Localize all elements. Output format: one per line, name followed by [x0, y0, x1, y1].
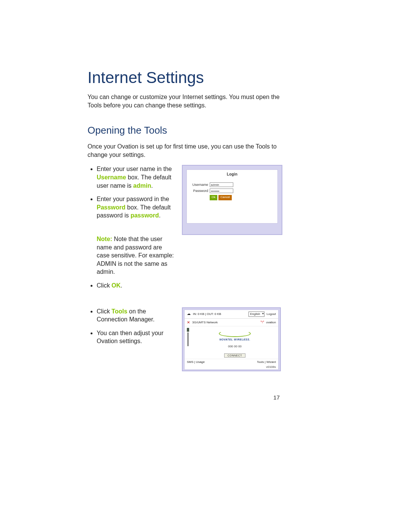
bullet-click-ok: Click OK.	[97, 281, 175, 290]
bottom-left-links[interactable]: SMS | Usage	[187, 360, 205, 364]
highlight-username-box: Username	[97, 174, 126, 181]
intro-paragraph: You can change or customize your Interne…	[88, 93, 285, 109]
bullet-adjust: You can then adjust your Ovation setting…	[97, 329, 175, 345]
login-heading: Login	[187, 172, 277, 176]
cloud-icon: ☁	[187, 312, 191, 316]
connect-button[interactable]: CONNECT	[224, 353, 245, 358]
device-label: ovation	[266, 321, 276, 324]
login-cancel-button[interactable]: Cancel	[218, 195, 232, 200]
highlight-password-box: Password	[97, 204, 126, 211]
io-counters: IN: 0 KB | OUT: 0 KB	[193, 312, 246, 316]
login-password-label: Password	[190, 189, 210, 193]
document-page: Internet Settings You can change or cust…	[0, 0, 411, 532]
login-username-label: Username	[190, 183, 210, 187]
highlight-username-value: admin	[133, 182, 151, 189]
login-ok-button[interactable]: Ok	[210, 195, 217, 200]
screenshot-connection-manager: ☁ IN: 0 KB | OUT: 0 KB English Logout ✕ …	[182, 307, 281, 371]
highlight-tools: Tools	[112, 308, 127, 315]
tools-icon: ✕	[187, 320, 190, 324]
bullet-username: Enter your user name in the Username box…	[97, 165, 175, 190]
page-title: Internet Settings	[88, 69, 320, 87]
note-label: Note:	[97, 236, 112, 242]
bullet-click-tools: Click Tools on the Connection Manager.	[97, 307, 175, 324]
brand-name: NOVATEL WIRELESS.	[191, 338, 278, 341]
bottom-right-links[interactable]: Tools | Wizard	[257, 360, 276, 364]
section-heading: Opening the Tools	[88, 125, 320, 136]
note-paragraph: Note: Note that the user name and passwo…	[97, 235, 175, 276]
session-timer: 000 00 00	[191, 345, 278, 348]
logout-link[interactable]: Logout	[267, 312, 276, 316]
login-password-input[interactable]: ••••••••	[210, 189, 233, 193]
version-label: v0108s	[185, 365, 278, 369]
language-select[interactable]: English	[249, 312, 264, 317]
screenshot-login-dialog: Login Username admin Password •••••••• O…	[182, 165, 282, 235]
brand-logo-icon	[219, 330, 251, 337]
network-label: 3G/UMTS Network	[192, 321, 258, 324]
meter-strip	[185, 326, 191, 359]
page-number: 17	[273, 394, 280, 401]
bullet-password: Enter your password in the Password box.…	[97, 195, 175, 276]
login-username-input[interactable]: admin	[210, 182, 233, 187]
signal-icon: °↑°	[261, 320, 264, 324]
highlight-password-value: password	[131, 212, 159, 219]
highlight-ok: OK	[112, 282, 121, 289]
section-intro: Once your Ovation is set up for first ti…	[88, 142, 285, 159]
block-login-instructions: Enter your user name in the Username box…	[88, 165, 320, 296]
block-tools-instructions: Click Tools on the Connection Manager. Y…	[88, 307, 320, 371]
